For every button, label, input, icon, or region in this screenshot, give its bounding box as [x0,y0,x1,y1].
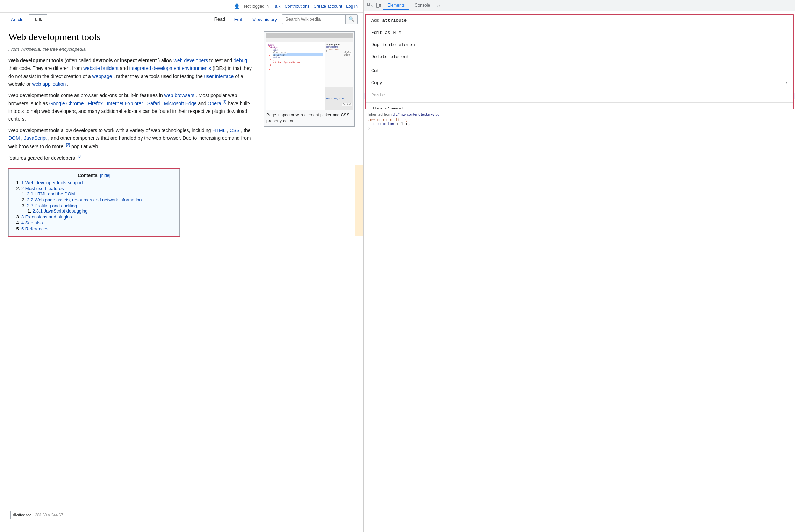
tab-elements[interactable]: Elements [383,1,409,10]
inherited-selector: div#mw-content-text.mw-bo [393,112,440,116]
toc-item-2-3-1: 2.3.1 JavaScript debugging [33,208,174,214]
not-logged-in-label: Not logged in [244,4,269,9]
link-ide[interactable]: integrated development environments [129,65,211,71]
toc-link-4[interactable]: 4 See also [21,220,43,225]
text-8: , rather they are tools used for testing… [113,73,204,79]
css-close-brace: } [368,126,791,130]
toc-link-2-2[interactable]: 2.2 Web page assets, resources and netwo… [27,197,142,202]
talk-link[interactable]: Talk [273,4,280,9]
css-prop-direction: direction : ltr; [373,122,791,126]
link-ui[interactable]: user interface [204,73,234,79]
inspect-icon[interactable] [366,2,373,9]
link-website-builders[interactable]: website builders [83,65,118,71]
wiki-figure: <html> <body> <div> ... <p id="sel"> </d… [264,31,355,127]
svg-rect-3 [379,4,381,7]
figure-caption: Page inspector with element picker and C… [266,112,353,125]
link-webpage[interactable]: webpage [92,73,112,79]
text-p2-7: and [198,101,207,106]
cm-cut[interactable]: Cut [366,65,793,77]
action-read[interactable]: Read [210,14,229,24]
wiki-panel: 👤 Not logged in Talk Contributions Creat… [0,0,364,532]
toc-sublist-2: 2.1 HTML and the DOM 2.2 Web page assets… [21,191,174,214]
cm-copy[interactable]: Copy › [366,77,793,89]
ref-1: [1] [222,100,226,104]
toc-item-3: 3 Extensions and plugins [21,214,174,220]
toc-link-1[interactable]: 1 Web developer tools support [21,180,83,185]
figure-image: <html> <body> <div> ... <p id="sel"> </d… [266,33,353,110]
toc-item-4: 4 See also [21,220,174,225]
cm-sep-1 [366,64,793,64]
link-debug[interactable]: debug [234,58,247,63]
link-opera[interactable]: Opera [208,101,221,106]
toc-link-2-3-1[interactable]: 2.3.1 JavaScript debugging [33,208,88,214]
text-p2-6: , [161,101,164,106]
toc-item-1: 1 Web developer tools support [21,180,174,185]
log-in-link[interactable]: Log in [346,4,358,9]
toc-hide-link[interactable]: [hide] [100,173,110,178]
tab-talk[interactable]: Talk [29,14,47,24]
link-ie[interactable]: Internet Explorer [107,101,143,106]
link-chrome[interactable]: Google Chrome [49,101,84,106]
toc-item-2-1: 2.1 HTML and the DOM [27,191,174,196]
cm-hide[interactable]: Hide element [366,103,793,109]
tooltip-size: 381.69 × 244.67 [35,513,63,517]
create-account-link[interactable]: Create account [314,4,342,9]
toc-item-2-3: 2.3 Profiling and auditing 2.3.1 JavaScr… [27,203,174,214]
link-js[interactable]: JavaScript [24,135,46,141]
wiki-topbar: 👤 Not logged in Talk Contributions Creat… [0,0,363,13]
link-edge[interactable]: Microsoft Edge [164,101,196,106]
toc-list: 1 Web developer tools support 2 Most use… [14,180,174,231]
tab-more[interactable]: » [436,2,442,9]
action-view-history[interactable]: View history [247,14,282,24]
tab-console[interactable]: Console [410,1,434,10]
link-css[interactable]: CSS [230,128,240,133]
cm-edit-html[interactable]: Edit as HTML [366,27,793,39]
text-3: ) allow [158,58,173,63]
user-icon: 👤 [234,3,240,9]
dom-tooltip: div#toc.toc 381.69 × 244.67 [10,511,65,519]
toc-link-2-1[interactable]: 2.1 HTML and the DOM [27,191,75,196]
toc-link-2[interactable]: 2 Most used features [21,186,64,191]
toc-item-5: 5 References [21,226,174,231]
toc-link-2-3[interactable]: 2.3 Profiling and auditing [27,203,77,208]
tab-article[interactable]: Article [6,14,29,24]
toc-link-3[interactable]: 3 Extensions and plugins [21,214,72,220]
device-icon[interactable] [375,2,382,9]
bold-inspect: inspect element [120,58,157,63]
contributions-link[interactable]: Contributions [285,4,309,9]
bold-devtools: devtools [93,58,113,63]
text-p2-1: Web development tools come as browser ad… [8,93,164,98]
svg-rect-2 [376,3,379,7]
bold-text-1: Web development tools [8,58,63,63]
cm-duplicate[interactable]: Duplicate element [366,39,793,51]
dt-styles-panel: Inherited from div#mw-content-text.mw-bo… [364,109,795,133]
link-firefox[interactable]: Firefox [88,101,103,106]
text-5: their code. They are different from [8,65,83,71]
cm-sep-2 [366,102,793,103]
search-input[interactable] [282,15,345,23]
devtools-panel: Elements Console » navigation</a> <a cla… [364,0,795,532]
toc-link-5[interactable]: 5 References [21,226,48,231]
text-p3-3: , the [241,128,250,133]
link-dom[interactable]: DOM [8,135,20,141]
text-6: and [120,65,129,71]
wiki-nav: Article Talk Read Edit View history 🔍 [0,13,363,26]
link-html[interactable]: HTML [212,128,225,133]
link-web-app[interactable]: web application [32,81,66,87]
ref-3: [3] [78,154,81,158]
link-safari[interactable]: Safari [147,101,160,106]
text-p3-1: Web development tools allow developers t… [8,128,212,133]
search-form: 🔍 [282,14,358,24]
cm-delete[interactable]: Delete element [366,51,793,63]
svg-rect-0 [367,3,370,5]
search-button[interactable]: 🔍 [345,15,357,24]
context-menu-container: Add attribute Edit as HTML Duplicate ele… [365,14,794,109]
text-1: (often called [65,58,93,63]
cm-add-attribute[interactable]: Add attribute [366,15,793,27]
link-web-developers[interactable]: web developers [174,58,208,63]
tooltip-selector: div#toc.toc [13,513,31,517]
action-edit[interactable]: Edit [229,14,247,24]
search-icon: 🔍 [349,16,354,22]
link-browsers[interactable]: web browsers [164,93,194,98]
text-p3-6: popular web [71,143,98,149]
